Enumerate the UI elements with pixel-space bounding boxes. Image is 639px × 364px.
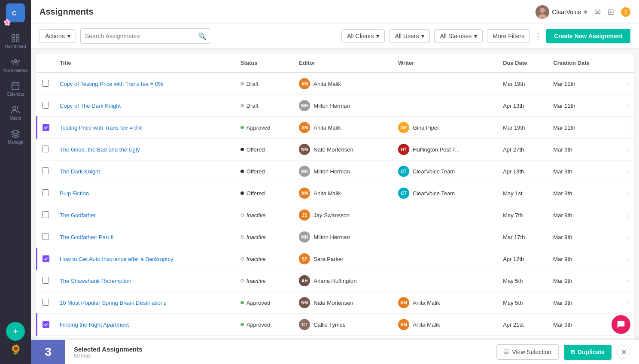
assignment-title-link[interactable]: The Godfather: Part II (60, 234, 114, 240)
row-writer-cell: CTClearVoice Team (393, 182, 498, 204)
sidebar-item-manage[interactable]: Manage (0, 125, 31, 149)
chevron-right-icon[interactable]: › (627, 81, 629, 87)
assignment-title-link[interactable]: Copy of Testing Price with Trans fee = 0… (60, 81, 163, 87)
chevron-right-icon[interactable]: › (627, 300, 629, 306)
assignment-title-link[interactable]: How to Get Auto Insurance after a Bankru… (60, 256, 173, 262)
writer-name: Gina Piper (413, 124, 439, 131)
grid-icon[interactable]: ⊞ (608, 7, 614, 17)
search-input[interactable] (85, 29, 198, 43)
create-new-assignment-button[interactable]: Create New Assignment (546, 29, 630, 43)
row-chevron-cell[interactable]: › (616, 139, 634, 161)
status-dot (240, 213, 244, 217)
table-row: The Good, the Bad and the UglyOfferedNMN… (37, 139, 634, 161)
app-logo[interactable]: C 🌸 (6, 3, 25, 22)
row-checkbox[interactable] (42, 277, 49, 284)
chevron-right-icon[interactable]: › (627, 234, 629, 240)
writer-avatar: CT (398, 166, 409, 177)
svg-point-8 (18, 61, 20, 62)
row-checkbox[interactable] (42, 167, 49, 174)
chat-bubble-button[interactable] (612, 315, 630, 334)
view-selection-button[interactable]: ☰ View Selection (496, 344, 559, 360)
all-statuses-button[interactable]: All Statuses ▾ (434, 29, 483, 43)
row-chevron-cell[interactable]: › (616, 248, 634, 270)
assignment-title-link[interactable]: Finding the Right Apartment (60, 322, 129, 328)
chevron-right-icon[interactable]: › (627, 124, 629, 131)
row-status-cell: Draft (235, 95, 294, 117)
assignment-title-link[interactable]: The Good, the Bad and the Ugly (60, 146, 140, 153)
all-users-button[interactable]: All Users ▾ (389, 29, 430, 43)
kebab-menu-icon[interactable]: ⋮ (534, 31, 542, 41)
row-writer-cell (393, 95, 498, 117)
row-creation-date-cell: Mar 9th (548, 161, 616, 182)
chevron-right-icon[interactable]: › (627, 103, 629, 109)
row-checkbox[interactable] (42, 299, 49, 306)
chevron-right-icon[interactable]: › (627, 190, 629, 197)
copy-icon: ⧉ (571, 349, 575, 356)
assignment-title-link[interactable]: Pulp Fiction (60, 190, 89, 197)
sidebar-item-users[interactable]: Users (0, 101, 31, 125)
chevron-right-icon[interactable]: › (627, 146, 629, 153)
close-selection-bar-button[interactable]: ✕ (617, 345, 630, 359)
row-chevron-cell[interactable]: › (616, 117, 634, 139)
row-chevron-cell[interactable]: › (616, 182, 634, 204)
row-chevron-cell[interactable]: › (616, 95, 634, 117)
editor-name: Milton Herman (313, 103, 350, 109)
row-checkbox[interactable] (42, 146, 49, 152)
row-title-cell: Testing Price with Trans fee = 0% (55, 117, 235, 139)
more-filters-button[interactable]: More Filters (487, 29, 530, 43)
row-chevron-cell[interactable]: › (616, 161, 634, 182)
row-chevron-cell[interactable]: › (616, 270, 634, 292)
svg-point-10 (13, 106, 16, 109)
fab-add-button[interactable]: + (6, 322, 25, 341)
row-checkbox-cell (37, 73, 55, 95)
row-checkbox[interactable] (42, 102, 49, 109)
assignment-title-link[interactable]: The Godfather (60, 212, 96, 218)
status-dot (240, 191, 244, 195)
editor-avatar: MH (299, 231, 310, 243)
row-checkbox[interactable] (42, 233, 49, 240)
checkbox-checked[interactable] (43, 124, 49, 131)
status-dot (240, 235, 244, 239)
table-row: Testing Price with Trans fee = 0%Approve… (37, 117, 634, 139)
row-due-date-cell: Mar 17th (498, 226, 548, 248)
chevron-right-icon[interactable]: › (627, 212, 629, 218)
row-title-cell: The Good, the Bad and the Ugly (55, 139, 235, 161)
actions-button[interactable]: Actions ▾ (40, 29, 76, 43)
editor-avatar: AM (299, 78, 310, 89)
row-chevron-cell[interactable]: › (616, 73, 634, 95)
row-status-cell: Offered (235, 161, 294, 182)
decoration-flowers: 🌻 (10, 344, 21, 355)
row-checkbox[interactable] (42, 211, 49, 218)
assignment-title-link[interactable]: Copy of The Dark Knight (60, 103, 121, 109)
row-due-date-cell: Apr 21st (498, 314, 548, 336)
chevron-right-icon[interactable]: › (627, 168, 629, 175)
checkbox-checked[interactable] (43, 255, 49, 262)
all-clients-button[interactable]: All Clients ▾ (341, 29, 385, 43)
help-icon[interactable]: ? (621, 7, 630, 17)
email-icon[interactable]: ✉ (594, 7, 601, 17)
search-icon[interactable]: 🔍 (198, 32, 207, 40)
row-due-date-cell: May 5th (498, 270, 548, 292)
sidebar-item-talent-network[interactable]: Talent Network (0, 53, 31, 77)
chevron-right-icon[interactable]: › (627, 278, 629, 284)
row-chevron-cell[interactable]: › (616, 292, 634, 314)
assignment-title-link[interactable]: The Shawshank Redemption (60, 278, 131, 284)
chevron-right-icon[interactable]: › (627, 256, 629, 262)
sidebar-item-calendar[interactable]: Calendar (0, 77, 31, 101)
assignment-title-link[interactable]: 10 Most Popular Spring Break Destination… (60, 300, 167, 306)
assignment-title-link[interactable]: Testing Price with Trans fee = 0% (60, 124, 143, 131)
row-checkbox[interactable] (42, 189, 49, 196)
row-checkbox[interactable] (42, 80, 49, 87)
row-chevron-cell[interactable]: › (616, 226, 634, 248)
duplicate-button[interactable]: ⧉ Duplicate (564, 345, 612, 360)
row-chevron-cell[interactable]: › (616, 204, 634, 226)
row-status-cell: Offered (235, 139, 294, 161)
user-profile-button[interactable]: ClearVoice ▾ (536, 5, 587, 19)
chevron-down-icon[interactable]: ▾ (584, 7, 587, 17)
row-editor-cell: NMNate Mortensen (294, 139, 393, 161)
assignment-title-link[interactable]: The Dark Knight (60, 168, 100, 175)
row-editor-cell: SPSara Parker (294, 248, 393, 270)
checkbox-checked[interactable] (43, 321, 49, 328)
row-editor-cell: AMAnita Malik (294, 73, 393, 95)
sidebar-item-dashboard[interactable]: Dashboard (0, 29, 31, 53)
